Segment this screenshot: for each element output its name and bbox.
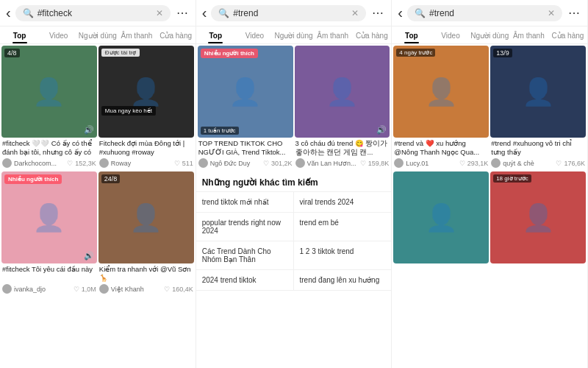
video-card[interactable]: 👤 4/8🔊 #fitcheck 🤍🤍 Có ấy có thể đánh bạ… xyxy=(1,46,97,170)
avatar xyxy=(394,158,404,168)
video-desc: Fitcheck đợi mùa Đông tới | #xuhuong #ro… xyxy=(99,139,193,157)
tab-người-dùng[interactable]: Người dùng xyxy=(274,26,313,43)
video-card[interactable]: 👤 Nhiều người thích🔊 #fitcheck Tôi yêu c… xyxy=(1,171,97,296)
video-desc: #fitcheck Tôi yêu cái đầu này xyxy=(2,265,96,283)
author-name: Darkchocom... xyxy=(14,160,65,167)
video-card[interactable]: 👤 Được tài trợMua ngay kèo hết Fitcheck … xyxy=(98,46,194,170)
video-meta: Roway ♡ 511 xyxy=(99,158,193,168)
back-icon[interactable]: ‹ xyxy=(6,4,11,21)
video-grid: 👤 4/8🔊 #fitcheck 🤍🤍 Có ấy có thể đánh bạ… xyxy=(0,44,196,297)
back-icon[interactable]: ‹ xyxy=(398,4,403,21)
tab-âm-thanh[interactable]: Âm thanh xyxy=(313,26,352,43)
suggestion-item[interactable]: viral trends 2024 xyxy=(294,192,392,213)
video-card[interactable]: 👤 13/9 #trend #xuhuong vô tri chỉ tưng t… xyxy=(490,46,586,170)
suggestion-item[interactable]: trend em bé xyxy=(294,213,392,241)
video-thumb: 👤 18 giờ trước xyxy=(490,171,586,263)
author-name: quýt & chè xyxy=(503,160,553,167)
video-meta: ivanka_djo ♡ 1,0M xyxy=(2,284,96,294)
tabs-bar: Top Video Người dùng Âm thanh Cửa hàng xyxy=(196,26,392,44)
clear-icon[interactable]: ✕ xyxy=(548,8,555,18)
author-name: ivanka_djo xyxy=(14,286,71,293)
heart-icon: ♡ xyxy=(263,160,269,167)
search-query: #trend xyxy=(233,8,348,18)
tabs-bar: Top Video Người dùng Âm thanh Cửa hàng xyxy=(0,26,196,44)
more-icon[interactable]: ⋯ xyxy=(175,6,190,20)
tab-người-dùng[interactable]: Người dùng xyxy=(78,26,117,43)
video-thumb: 👤 Nhiều người thích🔊 xyxy=(1,171,97,263)
suggestion-item[interactable]: Các Trend Dành Cho Nhóm Bạn Thân xyxy=(196,241,294,270)
tab-âm-thanh[interactable]: Âm thanh xyxy=(509,26,548,43)
search-input-wrap[interactable]: 🔍 #trend ✕ xyxy=(407,5,562,21)
panel-content: 👤 4 ngày trước #trend và ❤️ xu hướng @Nô… xyxy=(392,44,587,368)
more-icon[interactable]: ⋯ xyxy=(370,6,385,20)
tab-cửa-hàng[interactable]: Cửa hàng xyxy=(548,26,587,43)
more-icon[interactable]: ⋯ xyxy=(567,6,581,20)
suggestion-item[interactable]: trend đang lên xu hướng xyxy=(294,270,392,291)
video-info: #fitcheck 🤍🤍 Có ấy có thể đánh bại tôi, … xyxy=(1,138,97,170)
search-input-wrap[interactable]: 🔍 #fitcheck ✕ xyxy=(15,5,171,21)
video-card[interactable]: 👤 18 giờ trước xyxy=(490,171,586,263)
video-desc: TOP TREND TIKTOK CHO NGƯỜI GIÀ, Trend Ti… xyxy=(198,139,293,157)
tab-cửa-hàng[interactable]: Cửa hàng xyxy=(157,26,196,43)
like-count: 159,8K xyxy=(368,160,390,167)
video-card[interactable]: 👤 4 ngày trước #trend và ❤️ xu hướng @Nô… xyxy=(393,46,489,170)
heart-icon: ♡ xyxy=(67,160,73,167)
video-info: Fitcheck đợi mùa Đông tới | #xuhuong #ro… xyxy=(98,138,194,170)
panel-content: 👤 4/8🔊 #fitcheck 🤍🤍 Có ấy có thể đánh bạ… xyxy=(0,44,196,368)
video-meta: Việt Khanh ♡ 160,4K xyxy=(99,284,193,294)
like-count: 152,3K xyxy=(75,160,96,167)
tab-top[interactable]: Top xyxy=(196,26,235,43)
video-card[interactable]: 👤 🔊 3 cô cháu đú trend 😋 짱이가 좋아하는 캔던 게임 … xyxy=(295,46,390,170)
tab-top[interactable]: Top xyxy=(392,26,431,43)
video-info: 3 cô cháu đú trend 😋 짱이가 좋아하는 캔던 게임 캔...… xyxy=(295,138,390,170)
heart-icon: ♡ xyxy=(556,160,562,167)
video-card[interactable]: 👤 Nhiều người thích1 tuần trước TOP TREN… xyxy=(198,46,293,170)
video-desc: Kiểm tra nhanh với @Vũ Sơn 🦒 xyxy=(99,265,193,283)
author-name: Roway xyxy=(111,160,172,167)
video-card[interactable]: 👤 24/8 Kiểm tra nhanh với @Vũ Sơn 🦒 Việt… xyxy=(98,171,194,296)
suggestion-item[interactable]: popular trends right now 2024 xyxy=(196,213,294,241)
video-thumb: 👤 🔊 xyxy=(295,46,390,138)
back-icon[interactable]: ‹ xyxy=(202,4,207,21)
author-name: Ngô Đức Duy xyxy=(210,160,261,167)
suggestion-item[interactable]: 1 2 3 tiktok trend xyxy=(294,241,392,270)
video-info: #trend #xuhuong vô tri chỉ tưng thấy quý… xyxy=(490,138,586,170)
video-desc: #trend #xuhuong vô tri chỉ tưng thấy xyxy=(491,139,585,157)
tab-video[interactable]: Video xyxy=(39,26,78,43)
tab-top[interactable]: Top xyxy=(0,26,39,43)
suggestions-title: Những người khác tìm kiếm xyxy=(196,171,392,191)
search-input-wrap[interactable]: 🔍 #trend ✕ xyxy=(211,5,366,21)
author-name: Văn Lan Hươn... xyxy=(307,160,358,167)
clear-icon[interactable]: ✕ xyxy=(351,8,359,18)
suggestion-item[interactable]: 2024 trend tiktok xyxy=(196,270,294,291)
like-count: 301,2K xyxy=(271,160,293,167)
clear-icon[interactable]: ✕ xyxy=(156,8,163,18)
heart-icon: ♡ xyxy=(164,286,170,293)
video-thumb: 👤 Được tài trợMua ngay kèo hết xyxy=(98,46,194,138)
tab-cửa-hàng[interactable]: Cửa hàng xyxy=(352,26,391,43)
video-desc: 3 cô cháu đú trend 😋 짱이가 좋아하는 캔던 게임 캔... xyxy=(295,139,390,157)
video-meta: Lucy.01 ♡ 293,1K xyxy=(394,158,488,168)
heart-icon: ♡ xyxy=(360,160,366,167)
video-grid: 👤 4 ngày trước #trend và ❤️ xu hướng @Nô… xyxy=(392,44,587,265)
video-card[interactable]: 👤 xyxy=(393,171,489,263)
like-count: 511 xyxy=(182,160,193,167)
video-meta: quýt & chè ♡ 176,6K xyxy=(491,158,585,168)
tab-âm-thanh[interactable]: Âm thanh xyxy=(117,26,156,43)
author-name: Lucy.01 xyxy=(406,160,456,167)
search-bar: ‹ 🔍 #fitcheck ✕ ⋯ xyxy=(0,0,196,26)
video-meta: Darkchocom... ♡ 152,3K xyxy=(2,158,96,168)
search-icon: 🔍 xyxy=(218,8,229,18)
video-info: Kiểm tra nhanh với @Vũ Sơn 🦒 Việt Khanh … xyxy=(98,263,194,296)
video-thumb: 👤 4 ngày trước xyxy=(393,46,489,138)
video-info: TOP TREND TIKTOK CHO NGƯỜI GIÀ, Trend Ti… xyxy=(198,138,293,170)
avatar xyxy=(295,158,305,168)
search-icon: 🔍 xyxy=(415,8,426,18)
like-count: 176,6K xyxy=(564,160,585,167)
like-count: 1,0M xyxy=(82,286,96,293)
tab-người-dùng[interactable]: Người dùng xyxy=(470,26,509,43)
tab-video[interactable]: Video xyxy=(235,26,274,43)
video-thumb: 👤 24/8 xyxy=(98,171,194,263)
suggestion-item[interactable]: trend tiktok mới nhất xyxy=(196,192,294,213)
tab-video[interactable]: Video xyxy=(431,26,470,43)
